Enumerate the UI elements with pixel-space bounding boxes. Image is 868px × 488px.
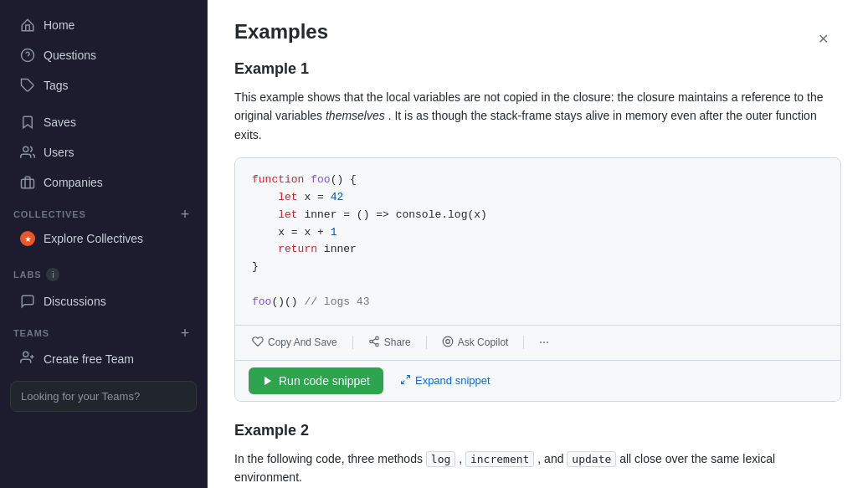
example1-description: This example shows that the local variab…	[234, 88, 841, 144]
sidebar-item-companies[interactable]: Companies	[7, 168, 200, 197]
svg-line-16	[407, 375, 410, 378]
share-icon	[368, 336, 380, 350]
ask-copilot-button[interactable]: Ask Copilot	[435, 332, 516, 353]
svg-marker-15	[265, 376, 271, 385]
code-area[interactable]: function foo() { let x = 42 let inner = …	[235, 158, 840, 324]
explore-collectives-label: Explore Collectives	[44, 232, 143, 245]
sidebar: Home Questions Tags Saves	[0, 0, 208, 488]
toolbar-separator-1	[352, 336, 353, 349]
sidebar-item-discussions[interactable]: Discussions	[7, 287, 200, 316]
svg-point-10	[375, 343, 378, 347]
sidebar-item-saves-label: Saves	[44, 116, 76, 129]
sidebar-item-tags-label: Tags	[44, 79, 69, 92]
collectives-section-header: Collectives +	[0, 201, 207, 224]
close-button[interactable]: ✕	[811, 27, 835, 50]
play-icon	[262, 375, 274, 387]
more-options-icon: ⋯	[539, 336, 549, 348]
looking-for-teams-banner[interactable]: Looking for your Teams?	[10, 381, 197, 412]
copy-save-label: Copy And Save	[268, 336, 337, 348]
sidebar-item-questions-label: Questions	[44, 49, 96, 62]
collectives-section-label: Collectives	[13, 209, 86, 219]
saves-icon	[20, 115, 35, 130]
svg-line-11	[372, 342, 376, 343]
tags-icon	[20, 78, 35, 93]
example1-desc-part2: . It is as though the stack-frame stays …	[234, 109, 817, 141]
sidebar-item-home-label: Home	[44, 18, 74, 32]
teams-section-header: Teams +	[0, 320, 207, 343]
create-team-icon	[20, 350, 35, 367]
code-toolbar: Copy And Save Share	[235, 325, 840, 360]
expand-snippet-link[interactable]: Expand snippet	[397, 371, 494, 391]
teams-section-label: Teams	[13, 328, 49, 338]
snippet-actions-row: Run code snippet Expand snippet	[235, 360, 840, 401]
sidebar-item-users-label: Users	[44, 146, 74, 159]
example2-description: In the following code, three methods log…	[234, 449, 841, 487]
discussions-icon	[20, 294, 35, 309]
log-code: log	[426, 451, 455, 467]
ask-copilot-label: Ask Copilot	[458, 336, 509, 348]
svg-line-17	[402, 380, 405, 383]
sidebar-item-companies-label: Companies	[44, 176, 103, 189]
sidebar-item-home[interactable]: Home	[7, 11, 200, 39]
share-label: Share	[384, 336, 411, 348]
toolbar-separator-2	[426, 336, 427, 349]
svg-point-5	[23, 352, 28, 357]
example2-title: Example 2	[234, 422, 841, 439]
example2-section: Example 2 In the following code, three m…	[234, 422, 841, 487]
update-code: update	[567, 451, 616, 467]
add-collective-button[interactable]: +	[177, 206, 193, 223]
example1-title: Example 1	[234, 60, 841, 78]
comma2: , and	[537, 452, 563, 465]
example2-desc-part1: In the following code, three methods	[234, 452, 423, 465]
increment-code: increment	[465, 451, 534, 467]
expand-snippet-label: Expand snippet	[415, 374, 490, 387]
run-snippet-label: Run code snippet	[279, 374, 370, 388]
create-free-team-button[interactable]: Create free Team	[7, 344, 200, 373]
svg-line-12	[372, 338, 376, 340]
svg-point-3	[23, 146, 28, 152]
sidebar-item-discussions-label: Discussions	[44, 295, 106, 308]
toolbar-separator-3	[523, 336, 524, 349]
create-free-team-label: Create free Team	[44, 352, 134, 366]
home-icon	[20, 18, 35, 33]
copy-save-icon	[252, 336, 264, 350]
svg-point-8	[375, 336, 378, 340]
sidebar-item-users[interactable]: Users	[7, 138, 200, 167]
users-icon	[20, 145, 35, 160]
page-title: Examples	[234, 20, 841, 44]
code-block: function foo() { let x = 42 let inner = …	[234, 157, 841, 401]
add-team-button[interactable]: +	[177, 325, 193, 342]
labs-section-label: Labs	[13, 270, 41, 280]
copy-save-button[interactable]: Copy And Save	[245, 332, 344, 353]
questions-icon	[20, 48, 35, 63]
svg-point-9	[369, 340, 372, 343]
labs-section-header: Labs i	[0, 256, 207, 286]
comma1: ,	[459, 452, 462, 465]
sidebar-item-tags[interactable]: Tags	[7, 71, 200, 100]
copilot-icon	[442, 336, 454, 350]
sidebar-item-saves[interactable]: Saves	[7, 108, 200, 136]
sidebar-item-explore-collectives[interactable]: ★ Explore Collectives	[7, 225, 200, 252]
labs-info-icon[interactable]: i	[46, 268, 59, 281]
share-button[interactable]: Share	[362, 332, 418, 353]
collective-star-icon: ★	[20, 231, 35, 246]
more-options-button[interactable]: ⋯	[532, 333, 556, 352]
main-content: ✕ Examples Example 1 This example shows …	[208, 0, 868, 488]
example1-desc-italic: themselves	[326, 109, 385, 122]
svg-point-14	[445, 339, 449, 343]
companies-icon	[20, 175, 35, 190]
svg-rect-4	[22, 179, 34, 188]
expand-snippet-icon	[400, 374, 411, 388]
sidebar-item-questions[interactable]: Questions	[7, 41, 200, 69]
svg-point-13	[443, 336, 453, 347]
looking-for-teams-label: Looking for your Teams?	[21, 390, 140, 403]
run-snippet-button[interactable]: Run code snippet	[249, 367, 383, 394]
